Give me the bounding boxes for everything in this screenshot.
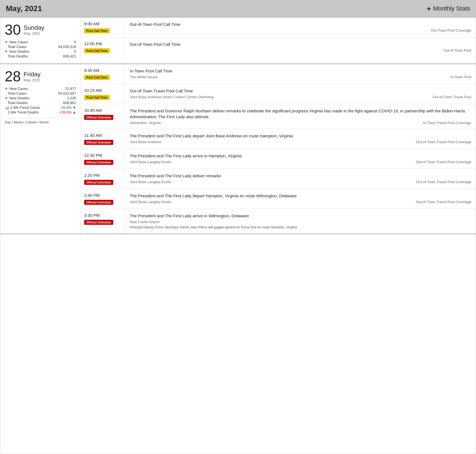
event-notes-1-7: Principal Deputy Press Secretary Karine …: [130, 225, 471, 230]
event-time-1-3: 11:45 AM: [84, 133, 122, 138]
new-deaths-value-1: 1,235: [67, 96, 76, 100]
event-coverage-1-3: Out-of-Town Travel Pool Coverage: [416, 140, 471, 144]
asterisk-icon-0: ✳: [5, 40, 8, 44]
event-location-1-6: Joint Base Langley-Eustis: [130, 200, 171, 204]
asterisk2-icon-0: ✳: [5, 49, 8, 54]
event-details-col-1-5: The President and The First Lady deliver…: [125, 169, 476, 189]
event-title-1-7: The President and The First Lady arrive …: [130, 213, 471, 219]
event-time-col-1-3: 11:45 AM Official Schedule: [81, 129, 125, 149]
event-location-1-3: Joint Base Andrews: [130, 140, 161, 144]
day-name-col-1: Friday May, 2021: [24, 69, 41, 82]
day-name-1: Friday: [24, 71, 41, 78]
asterisk-icon-1: ✳: [5, 87, 8, 91]
event-time-col-1-2: 10:45 AM Official Schedule: [81, 104, 125, 129]
stats-block-0: ✳ New Cases: 0 Total Cases 34,035,318 ✳ …: [5, 40, 76, 59]
event-meta-1-0: The White House In-Town Pool: [130, 75, 471, 79]
page-header: May, 2021 + Monthly Stats: [0, 0, 476, 17]
event-row-1-6: 2:40 PM Official Schedule The President …: [81, 189, 476, 209]
total-cases-value-1: 34,022,657: [58, 91, 76, 95]
day-section-1: 28 Friday May, 2021 ✳ New Cases: 22,977 …: [0, 64, 476, 234]
event-coverage-0-1: Out-of-Town Pool: [444, 48, 471, 52]
event-details-col-1-2: The President and Governor Ralph Northam…: [125, 104, 476, 129]
event-title-1-6: The President and The First Lady depart …: [130, 193, 471, 199]
event-location-1-5: Joint Base Langley-Eustis: [130, 180, 171, 184]
new-deaths-value-0: 0: [74, 49, 76, 54]
events-area-1: 9:30 AM Pool Call Time In-Town Pool Call…: [81, 64, 476, 234]
event-coverage-1-5: Out-of-Town Travel Pool Coverage: [416, 180, 471, 184]
event-details-col-1-0: In-Town Pool Call Time The White House I…: [125, 64, 476, 84]
event-details-col-0-1: Out-of-Town Pool Call Time Out-of-Town P…: [125, 37, 476, 57]
day-number-0: 30: [5, 22, 21, 37]
event-meta-0-1: Out-of-Town Pool: [130, 48, 471, 52]
event-badge-1-7: Official Schedule: [84, 220, 113, 225]
event-time-1-1: 10:15 AM: [84, 88, 122, 93]
event-location-1-2: Alexandria, Virginia: [130, 121, 161, 125]
event-time-0-0: 9:00 AM: [84, 21, 122, 26]
event-badge-1-3: Official Schedule: [84, 140, 113, 145]
event-title-1-1: Out-of-Town Travel Pool Call Time: [130, 88, 471, 94]
event-title-1-0: In-Town Pool Call Time: [130, 68, 471, 74]
event-meta-0-0: Out-Town Pool Coverage: [130, 28, 471, 32]
total-deaths-value-0: 609,421: [63, 54, 76, 58]
event-meta-1-6: Joint Base Langley-Eustis Out-of-Town Tr…: [130, 200, 471, 204]
event-time-col-1-0: 9:30 AM Pool Call Time: [81, 64, 125, 84]
trend-cases-row-1: 📊 2-Wk Trend Cases -39.4% ▼: [5, 105, 76, 110]
event-location-1-4: Joint Base Langley-Eustis: [130, 160, 171, 164]
event-time-1-4: 12:30 PM: [84, 153, 122, 158]
event-details-col-0-0: Out-of-Town Pool Call Time Out-Town Pool…: [125, 17, 476, 37]
total-cases-row-1: Total Cases 34,022,657: [5, 91, 76, 96]
event-time-col-0-1: 12:00 PM Pool Call Time: [81, 37, 125, 57]
total-deaths-row-1: Total Deaths 608,961: [5, 100, 76, 105]
day-month-1: May, 2021: [24, 78, 41, 82]
period-selector-1[interactable]: Day • Week • 2-Week • Month: [5, 118, 76, 124]
event-row-1-1: 10:15 AM Pool Call Time Out-of-Town Trav…: [81, 84, 476, 104]
trend-deaths-label-1: 2-Wk Trend Deaths: [5, 110, 39, 114]
event-details-col-1-4: The President and The First Lady arrive …: [125, 149, 476, 169]
day-sidebar-0: 30 Sunday May, 2021 ✳ New Cases: 0 Total…: [0, 17, 81, 64]
event-coverage-1-6: Out-of-Town Travel Pool Coverage: [416, 200, 471, 204]
event-row-1-0: 9:30 AM Pool Call Time In-Town Pool Call…: [81, 64, 476, 84]
event-details-col-1-6: The President and The First Lady depart …: [125, 189, 476, 209]
new-cases-value-1: 22,977: [65, 87, 76, 91]
event-time-col-1-4: 12:30 PM Official Schedule: [81, 149, 125, 169]
event-title-0-1: Out-of-Town Pool Call Time: [130, 41, 471, 47]
event-time-col-1-1: 10:15 AM Pool Call Time: [81, 84, 125, 104]
asterisk2-icon-1: ✳: [5, 96, 8, 100]
event-meta-1-2: Alexandria, Virginia In-Town Travel Pool…: [130, 121, 471, 125]
new-cases-row-0: ✳ New Cases: 0: [5, 40, 76, 44]
total-cases-row-0: Total Cases 34,035,318: [5, 44, 76, 49]
event-time-col-1-6: 2:40 PM Official Schedule: [81, 189, 125, 209]
new-deaths-row-0: ✳ New Deaths: 0: [5, 49, 76, 54]
days-container: 30 Sunday May, 2021 ✳ New Cases: 0 Total…: [0, 17, 476, 234]
event-row-1-4: 12:30 PM Official Schedule The President…: [81, 149, 476, 169]
total-deaths-label-1: Total Deaths: [5, 101, 28, 105]
day-number-row-1: 28 Friday May, 2021: [5, 69, 76, 84]
new-cases-row-1: ✳ New Cases: 22,977: [5, 86, 76, 91]
plus-icon: +: [427, 4, 431, 13]
event-time-1-5: 1:20 PM: [84, 173, 122, 178]
event-title-1-4: The President and The First Lady arrive …: [130, 153, 471, 159]
event-time-1-0: 9:30 AM: [84, 68, 122, 73]
event-time-col-0-0: 9:00 AM Pool Call Time: [81, 17, 125, 37]
day-name-col-0: Sunday May, 2021: [24, 22, 44, 36]
event-badge-1-6: Official Schedule: [84, 200, 113, 205]
event-row-0-0: 9:00 AM Pool Call Time Out-of-Town Pool …: [81, 17, 476, 37]
total-cases-label-1: Total Cases: [5, 91, 27, 95]
event-location-1-1: Joint Base Andrews Visitor Control Cente…: [130, 95, 214, 99]
monthly-stats-button[interactable]: + Monthly Stats: [427, 4, 470, 13]
stats-block-1: ✳ New Cases: 22,977 Total Cases 34,022,6…: [5, 86, 76, 124]
event-title-1-2: The President and Governor Ralph Northam…: [130, 108, 471, 120]
event-coverage-1-2: In-Town Travel Pool Coverage: [423, 121, 471, 125]
event-badge-1-0: Pool Call Time: [84, 75, 110, 80]
total-cases-value-0: 34,035,318: [58, 45, 76, 49]
event-badge-1-5: Official Schedule: [84, 180, 113, 185]
event-location-1-7: New Castle Airport: [130, 220, 160, 224]
event-time-1-2: 10:45 AM: [84, 108, 122, 113]
event-time-col-1-7: 3:30 PM Official Schedule: [81, 209, 125, 234]
event-badge-1-1: Pool Call Time: [84, 95, 110, 100]
event-meta-1-3: Joint Base Andrews Out-of-Town Travel Po…: [130, 140, 471, 144]
event-row-1-2: 10:45 AM Official Schedule The President…: [81, 104, 476, 129]
total-cases-label-0: Total Cases: [5, 45, 27, 49]
event-details-col-1-1: Out-of-Town Travel Pool Call Time Joint …: [125, 84, 476, 104]
event-meta-1-5: Joint Base Langley-Eustis Out-of-Town Tr…: [130, 180, 471, 184]
